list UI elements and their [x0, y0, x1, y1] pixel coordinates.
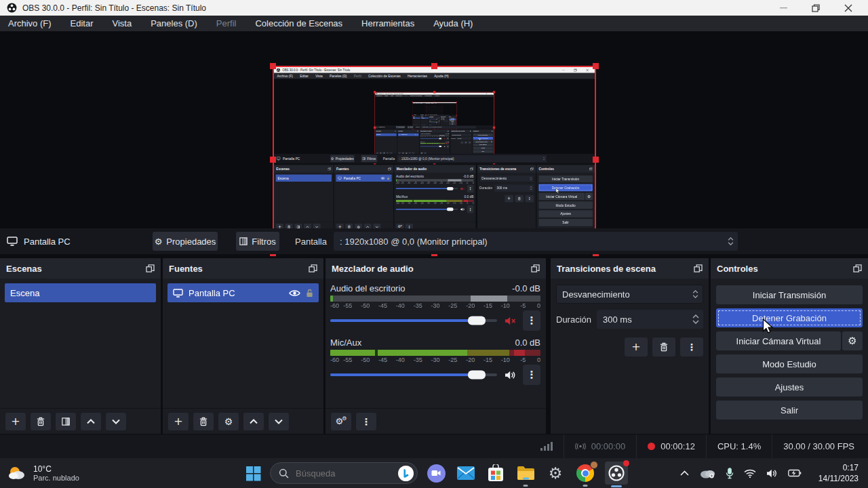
- close-icon[interactable]: [844, 3, 853, 13]
- filters-button[interactable]: Filtros: [236, 232, 279, 251]
- remove-transition-button[interactable]: [652, 338, 675, 357]
- popout-dock-icon[interactable]: [146, 264, 155, 272]
- source-properties-button[interactable]: ⚙: [218, 413, 239, 430]
- resize-handle[interactable]: [270, 63, 276, 69]
- teams-chat-icon[interactable]: [426, 463, 446, 483]
- scene-filters-button[interactable]: [56, 413, 76, 430]
- window-title: OBS 30.0.0 - Perfil: Sin Título - Escena…: [22, 3, 206, 13]
- recording-badge: [623, 460, 629, 466]
- spinner-arrows-icon[interactable]: [728, 237, 734, 245]
- settings-gear-icon[interactable]: ⚙: [545, 463, 566, 483]
- chrome-icon[interactable]: [575, 463, 595, 483]
- properties-button[interactable]: ⚙ Propiedades: [153, 232, 218, 251]
- tray-chevron-up-icon[interactable]: [680, 470, 689, 476]
- microphone-icon[interactable]: [726, 468, 734, 479]
- resize-handle[interactable]: [593, 63, 599, 69]
- move-source-down-button[interactable]: [269, 413, 289, 430]
- search-input[interactable]: [294, 468, 393, 479]
- volume-slider[interactable]: [330, 319, 497, 322]
- mail-icon[interactable]: [456, 463, 476, 483]
- resize-handle[interactable]: [431, 63, 437, 69]
- menu-item[interactable]: Colección de Escenas: [255, 18, 342, 28]
- battery-charging-icon[interactable]: [788, 469, 802, 477]
- volume-slider[interactable]: [330, 373, 497, 376]
- taskbar-search[interactable]: [270, 462, 418, 484]
- display-select[interactable]: : 1920x1080 @ 0,0 (Monitor principal): [334, 232, 738, 251]
- volume-icon[interactable]: [766, 469, 778, 478]
- menu-item[interactable]: Paneles (D): [151, 18, 197, 28]
- weather-widget[interactable]: 10°C Parc. nublado: [7, 458, 79, 488]
- screen-capture-frame: OBS 30.0.0 - Perfil: Sin Título - Escena…: [412, 102, 456, 129]
- move-scene-down-button[interactable]: [106, 413, 126, 430]
- meter-tick-label: -50: [361, 302, 370, 309]
- menu-item[interactable]: Herramientas: [361, 18, 414, 28]
- onedrive-icon[interactable]: [699, 468, 715, 479]
- scene-list-item[interactable]: Escena: [5, 283, 156, 302]
- meter-tick-label: -40: [396, 357, 405, 363]
- visibility-eye-icon[interactable]: [289, 289, 300, 297]
- popout-dock-icon[interactable]: [309, 264, 317, 272]
- mixer-menu-button[interactable]: ⋮: [356, 413, 376, 430]
- microsoft-store-icon[interactable]: [486, 463, 506, 483]
- advanced-audio-button[interactable]: ⚙⚙: [331, 413, 351, 430]
- menu-item[interactable]: Perfil: [216, 18, 237, 28]
- obs-taskbar-icon[interactable]: [605, 462, 628, 485]
- menu-item[interactable]: Ayuda (H): [433, 18, 473, 28]
- taskbar-clock[interactable]: 0:17 14/11/2023: [818, 458, 859, 488]
- stop-recording-button[interactable]: Detener Grabación: [716, 308, 863, 327]
- transition-select[interactable]: Desvanecimiento: [556, 285, 703, 304]
- resize-handle[interactable]: [270, 157, 276, 163]
- selected-source-bounding-box[interactable]: OBS 30.0.0 - Perfil: Sin Título - Escena…: [273, 66, 596, 253]
- virtual-camera-settings-button[interactable]: ⚙: [842, 331, 863, 350]
- spinner-arrows-icon[interactable]: [692, 314, 699, 324]
- controls-dock: Controles Iniciar Transmisión Detener Gr…: [711, 258, 868, 434]
- screen-capture-frame: OBS 30.0.0 - Perfil: Sin Título - Escena…: [274, 67, 595, 252]
- slider-handle[interactable]: [468, 317, 486, 325]
- menu-bar: Archivo (F)EditarVistaPaneles (D)PerfilC…: [0, 16, 868, 32]
- menu-item[interactable]: Editar: [71, 18, 94, 28]
- add-scene-button[interactable]: +: [5, 413, 26, 430]
- screen-capture-frame: OBS 30.0.0 - Perfil: Sin Título - Escena…: [375, 93, 494, 163]
- chrome-profile-avatar: [590, 461, 598, 469]
- menu-item[interactable]: Vista: [113, 18, 132, 28]
- channel-menu-button[interactable]: ⋮: [523, 365, 540, 385]
- studio-mode-button[interactable]: Modo Estudio: [716, 354, 863, 373]
- gear-icon: ⚙: [155, 237, 163, 247]
- add-transition-button[interactable]: +: [625, 338, 648, 357]
- settings-button[interactable]: Ajustes: [716, 378, 863, 396]
- move-source-up-button[interactable]: [243, 413, 264, 430]
- popout-dock-icon[interactable]: [853, 264, 862, 272]
- file-explorer-icon[interactable]: [515, 463, 536, 483]
- channel-menu-button[interactable]: ⋮: [523, 310, 540, 331]
- monitor-icon: [7, 237, 18, 246]
- exit-button[interactable]: Salir: [716, 401, 863, 420]
- meter-tick-label: -40: [396, 302, 405, 309]
- add-source-button[interactable]: +: [168, 413, 189, 430]
- restore-button[interactable]: [811, 3, 821, 13]
- source-list-item[interactable]: Pantalla PC: [167, 283, 319, 302]
- lock-icon[interactable]: [306, 289, 313, 298]
- menu-item[interactable]: Archivo (F): [8, 18, 52, 28]
- wifi-icon[interactable]: [744, 469, 756, 478]
- popout-dock-icon[interactable]: [531, 264, 540, 272]
- bing-chat-icon[interactable]: [398, 466, 414, 481]
- start-streaming-button[interactable]: Iniciar Transmisión: [716, 285, 863, 304]
- start-virtual-camera-button[interactable]: Iniciar Cámara Virtual: [716, 331, 841, 350]
- duration-spinbox[interactable]: 300 ms: [597, 310, 703, 329]
- weather-temp: 10°C: [33, 464, 79, 474]
- remove-scene-button[interactable]: [31, 413, 51, 430]
- speaker-on-icon[interactable]: [503, 371, 517, 380]
- slider-handle[interactable]: [468, 371, 486, 380]
- meter-tick-label: -30: [431, 302, 439, 309]
- start-button[interactable]: [243, 463, 263, 483]
- move-scene-up-button[interactable]: [81, 413, 101, 430]
- remove-source-button[interactable]: [193, 413, 214, 430]
- sources-dock: Fuentes Pantalla PC +: [163, 258, 323, 434]
- popout-dock-icon[interactable]: [694, 264, 703, 272]
- speaker-muted-icon[interactable]: [503, 317, 517, 325]
- transition-properties-button[interactable]: ⋮: [680, 338, 703, 357]
- resize-handle[interactable]: [593, 157, 599, 163]
- minimize-button[interactable]: [778, 3, 788, 13]
- channel-name: Mic/Aux: [330, 338, 361, 348]
- spinner-arrows-icon[interactable]: [692, 290, 703, 298]
